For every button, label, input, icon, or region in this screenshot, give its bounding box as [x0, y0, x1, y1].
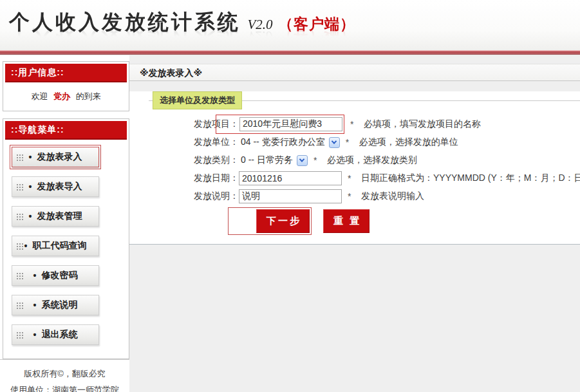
- sidebar-item-form-import[interactable]: • 发放表导入: [10, 174, 101, 199]
- sidebar-item-label: 职工代码查询: [32, 240, 86, 252]
- bullet-icon: •: [33, 330, 37, 340]
- fieldset-legend: 选择单位及发放类型: [153, 91, 242, 109]
- required-asterisk: *: [348, 191, 353, 201]
- selected-option: 04 -- 党委行政办公室: [241, 136, 325, 148]
- sidebar-item-employee-code-query[interactable]: • 职工代码查询: [10, 234, 101, 258]
- field-label: 发放单位：: [149, 136, 239, 148]
- sidebar-item-form-manage[interactable]: • 发放表管理: [10, 204, 101, 229]
- main-content: ※发放表录入※ 选择单位及发放类型 发放项目： * 必填项，填写发放项目的名称: [129, 55, 580, 392]
- field-hint: 日期正确格式为：YYYYMMDD (Y：年；M：月；D：日): [361, 173, 580, 184]
- bullet-icon: •: [29, 211, 32, 221]
- project-name-input[interactable]: [239, 117, 342, 131]
- selected-option: 0 -- 日常劳务: [241, 154, 293, 166]
- form-fieldset: 选择单位及发放类型 发放项目： * 必填项，填写发放项目的名称 发放单位：: [149, 91, 580, 235]
- sidebar-item-form-entry[interactable]: • 发放表录入: [10, 145, 101, 169]
- drag-handle-icon: [16, 331, 23, 339]
- sidebar-item-system-info[interactable]: • 系统说明: [10, 293, 101, 317]
- bullet-icon: •: [29, 152, 32, 162]
- validation-highlight-box: [216, 115, 344, 134]
- sidebar-item-label: 发放表导入: [37, 181, 82, 192]
- current-username: 党办: [53, 91, 70, 101]
- sidebar-item-label: 发放表录入: [37, 151, 82, 163]
- next-step-button[interactable]: 下一步: [256, 209, 310, 233]
- sidebar: ::用户信息:: 欢迎 党办 的到来 ::导航菜单:: • 发放表录入: [0, 55, 129, 392]
- field-hint: 发放表说明输入: [361, 191, 424, 202]
- required-asterisk: *: [348, 173, 353, 183]
- form-panel: 选择单位及发放类型 发放项目： * 必填项，填写发放项目的名称 发放单位：: [129, 91, 580, 245]
- field-label: 发放说明：: [149, 191, 239, 202]
- form-row-description: 发放说明： * 发放表说明输入: [149, 188, 580, 205]
- welcome-suffix: 的到来: [76, 91, 101, 101]
- header-divider-stripe: [0, 50, 580, 55]
- drag-handle-icon: [16, 272, 23, 280]
- sidebar-item-label: 修改密码: [41, 270, 77, 281]
- bullet-icon: •: [24, 241, 28, 251]
- drag-handle-icon: [16, 243, 23, 250]
- app-header: 个人收入发放统计系统 V2.0 （客户端）: [0, 0, 580, 50]
- user-info-box: ::用户信息:: 欢迎 党办 的到来: [3, 61, 129, 111]
- required-asterisk: *: [346, 137, 351, 147]
- copyright-line: 版权所有©，翻版必究: [0, 366, 129, 382]
- nav-menu-header: ::导航菜单::: [5, 121, 127, 140]
- required-asterisk: *: [350, 119, 356, 129]
- drag-handle-icon: [16, 213, 23, 221]
- bullet-icon: •: [33, 270, 37, 281]
- page-title: ※发放表录入※: [129, 64, 580, 81]
- welcome-prefix: 欢迎: [31, 91, 48, 101]
- button-row: 下一步 重 置: [228, 207, 580, 235]
- description-input[interactable]: [239, 189, 342, 203]
- next-button-focus-box: 下一步: [228, 207, 312, 235]
- field-hint: 必填项，填写发放项目的名称: [364, 118, 481, 130]
- sidebar-item-label: 发放表管理: [37, 210, 82, 222]
- field-hint: 必选项，选择发放的单位: [359, 136, 458, 148]
- issuing-date-input[interactable]: [239, 171, 342, 185]
- sidebar-item-label: 系统说明: [41, 299, 77, 311]
- dropdown-arrow-icon[interactable]: [329, 137, 340, 148]
- field-hint: 必选项，选择发放类别: [327, 154, 417, 166]
- issuing-unit-select[interactable]: 04 -- 党委行政办公室: [241, 136, 340, 148]
- app-version: V2.0: [247, 17, 272, 32]
- sidebar-item-label: 退出系统: [41, 329, 77, 341]
- sidebar-item-change-password[interactable]: • 修改密码: [10, 263, 101, 288]
- field-label: 发放类别：: [149, 154, 239, 166]
- copyright-footer: 版权所有©，翻版必究 使用单位：湖南第一师范学院: [0, 359, 129, 392]
- drag-handle-icon: [16, 302, 23, 310]
- app-edition-badge: （客户端）: [278, 15, 355, 32]
- form-row-issuing-unit: 发放单位： 04 -- 党委行政办公室 * 必选项，选择发放的单位: [149, 134, 580, 151]
- drag-handle-icon: [16, 183, 23, 191]
- welcome-message: 欢迎 党办 的到来: [3, 84, 129, 111]
- sidebar-item-exit-system[interactable]: • 退出系统: [10, 322, 101, 347]
- drag-handle-icon: [16, 154, 23, 162]
- organization-line: 使用单位：湖南第一师范学院: [0, 382, 129, 392]
- app-title: 个人收入发放统计系统: [9, 10, 241, 33]
- dropdown-arrow-icon[interactable]: [297, 155, 308, 166]
- app-window: 个人收入发放统计系统 V2.0 （客户端） ::用户信息:: 欢迎 党办 的到来…: [0, 0, 580, 392]
- form-row-project-name: 发放项目： * 必填项，填写发放项目的名称: [149, 116, 580, 133]
- form-row-issuing-date: 发放日期： * 日期正确格式为：YYYYMMDD (Y：年；M：月；D：日): [149, 170, 580, 187]
- bullet-icon: •: [29, 182, 32, 192]
- reset-button[interactable]: 重 置: [323, 209, 370, 233]
- user-info-header: ::用户信息::: [5, 64, 127, 82]
- required-asterisk: *: [313, 155, 319, 165]
- issuing-category-select[interactable]: 0 -- 日常劳务: [241, 154, 308, 166]
- field-label: 发放日期：: [149, 173, 239, 184]
- form-row-issuing-category: 发放类别： 0 -- 日常劳务 * 必选项，选择发放类别: [149, 152, 580, 169]
- bullet-icon: •: [33, 300, 37, 310]
- nav-menu-box: ::导航菜单:: • 发放表录入 • 发放表导入: [3, 118, 129, 359]
